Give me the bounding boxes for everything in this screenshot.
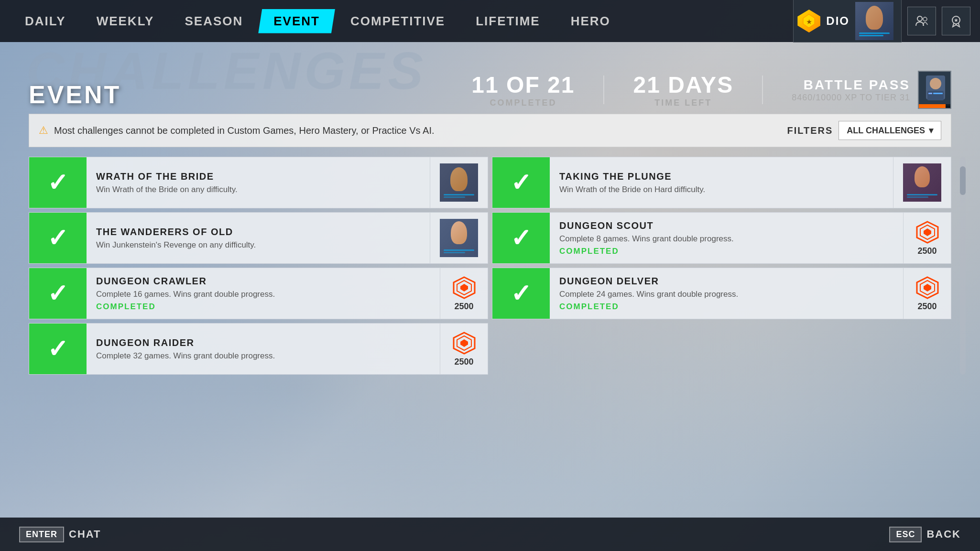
filters-dropdown[interactable]: ALL CHALLENGES ▾ <box>838 121 941 140</box>
challenge-title-7: DUNGEON RAIDER <box>96 337 430 348</box>
completed-label: COMPLETED <box>471 98 575 108</box>
svg-rect-10 <box>928 93 932 94</box>
empty-cell <box>492 323 951 375</box>
challenge-reward-5: 2500 <box>440 268 488 319</box>
svg-rect-11 <box>933 93 943 94</box>
svg-point-8 <box>930 78 941 89</box>
tab-competitive[interactable]: COMPETITIVE <box>335 9 460 33</box>
time-value: 21 DAYS <box>633 72 733 98</box>
challenges-title-area: CHALLENGES EVENT <box>29 52 121 109</box>
bottom-bar: ENTER CHAT ESC BACK <box>0 518 980 551</box>
svg-point-2 <box>917 16 922 21</box>
chevron-down-icon: ▾ <box>929 125 933 136</box>
reward-value-6: 2500 <box>917 302 936 312</box>
challenge-desc-4: Complete 8 games. Wins grant double prog… <box>559 234 893 244</box>
friends-button[interactable] <box>907 7 936 35</box>
challenge-dungeon-crawler: ✓ DUNGEON CRAWLER Complete 16 games. Win… <box>29 268 488 319</box>
tab-event[interactable]: EVENT <box>258 9 335 33</box>
checkmark-icon-6: ✓ <box>511 279 532 308</box>
challenge-desc-3: Win Junkenstein's Revenge on any difficu… <box>96 240 420 250</box>
challenge-check-7: ✓ <box>29 324 87 374</box>
challenge-dungeon-delver: ✓ DUNGEON DELVER Complete 24 games. Wins… <box>492 268 951 319</box>
filters-section: FILTERS ALL CHALLENGES ▾ <box>787 121 941 140</box>
checkmark-icon-2: ✓ <box>511 168 532 197</box>
warning-banner: ⚠ Most challenges cannot be completed in… <box>29 114 951 147</box>
challenge-status-5: COMPLETED <box>96 302 430 312</box>
header-stats: 11 OF 21 COMPLETED 21 DAYS TIME LEFT BAT… <box>471 71 951 109</box>
stat-divider-1 <box>603 76 604 104</box>
battle-pass-section: BATTLE PASS 8460/10000 XP TO TIER 31 <box>792 71 951 109</box>
reward-value-7: 2500 <box>454 357 473 367</box>
svg-rect-9 <box>927 91 944 100</box>
challenge-body-1: WRATH OF THE BRIDE Win Wrath of the Brid… <box>87 157 430 208</box>
nav-bar: DAILY WEEKLY SEASON EVENT COMPETITIVE LI… <box>0 0 980 42</box>
svg-text:★: ★ <box>954 17 958 23</box>
nav-tabs: DAILY WEEKLY SEASON EVENT COMPETITIVE LI… <box>10 9 626 33</box>
svg-marker-20 <box>924 284 931 292</box>
challenge-dungeon-raider: ✓ DUNGEON RAIDER Complete 32 games. Wins… <box>29 323 488 375</box>
tab-daily[interactable]: DAILY <box>10 9 81 33</box>
challenges-label: EVENT <box>29 52 121 109</box>
time-stat: 21 DAYS TIME LEFT <box>633 72 733 108</box>
challenge-status-4: COMPLETED <box>559 247 893 256</box>
portrait-reward-3 <box>440 219 478 257</box>
challenge-check-1: ✓ <box>29 157 87 208</box>
chat-button[interactable]: ENTER CHAT <box>19 527 101 542</box>
tab-hero[interactable]: HERO <box>555 9 626 33</box>
bp-progress-bar <box>919 104 950 108</box>
challenge-reward-7: 2500 <box>440 324 488 374</box>
enter-key-badge: ENTER <box>19 527 64 542</box>
challenge-title-4: DUNGEON SCOUT <box>559 220 893 231</box>
challenge-check-3: ✓ <box>29 213 87 263</box>
checkmark-icon-5: ✓ <box>47 279 68 308</box>
achievements-button[interactable]: ★ <box>942 7 970 35</box>
battle-pass-label: BATTLE PASS <box>792 77 910 93</box>
challenge-body-4: DUNGEON SCOUT Complete 8 games. Wins gra… <box>550 213 903 263</box>
player-portrait <box>855 2 893 40</box>
completed-value: 11 OF 21 <box>471 72 575 98</box>
main-content: CHALLENGES EVENT 11 OF 21 COMPLETED 21 D… <box>0 42 980 375</box>
challenge-status-6: COMPLETED <box>559 302 893 312</box>
challenge-title-5: DUNGEON CRAWLER <box>96 276 430 287</box>
player-rank-icon: ★ <box>797 10 820 32</box>
player-info[interactable]: ★ DIO <box>793 0 902 43</box>
challenge-check-2: ✓ <box>492 157 550 208</box>
tab-lifetime[interactable]: LIFETIME <box>460 9 555 33</box>
challenge-title-6: DUNGEON DELVER <box>559 276 893 287</box>
challenge-title-2: TAKING THE PLUNGE <box>559 171 883 182</box>
reward-value-5: 2500 <box>454 302 473 312</box>
svg-marker-23 <box>460 339 468 347</box>
challenge-title-1: WRATH OF THE BRIDE <box>96 171 420 182</box>
player-name: DIO <box>826 14 849 28</box>
checkmark-icon-1: ✓ <box>47 168 68 197</box>
filters-label: FILTERS <box>787 125 833 136</box>
challenge-reward-4: 2500 <box>903 213 951 263</box>
challenge-desc-5: Complete 16 games. Wins grant double pro… <box>96 290 430 299</box>
scrollbar-track[interactable] <box>960 157 966 375</box>
challenge-title-3: THE WANDERERS OF OLD <box>96 227 420 238</box>
chat-label: CHAT <box>69 528 101 540</box>
ow-xp-icon-7 <box>452 331 476 355</box>
challenge-wrath-of-the-bride: ✓ WRATH OF THE BRIDE Win Wrath of the Br… <box>29 157 488 208</box>
checkmark-icon-7: ✓ <box>47 335 68 363</box>
challenge-desc-7: Complete 32 games. Wins grant double pro… <box>96 351 430 361</box>
challenge-body-5: DUNGEON CRAWLER Complete 16 games. Wins … <box>87 268 440 319</box>
checkmark-icon-3: ✓ <box>47 224 68 252</box>
completed-stat: 11 OF 21 COMPLETED <box>471 72 575 108</box>
esc-key-badge: ESC <box>889 527 922 542</box>
challenge-reward-3 <box>430 213 488 263</box>
challenge-desc-1: Win Wrath of the Bride on any difficulty… <box>96 185 420 194</box>
challenge-body-3: THE WANDERERS OF OLD Win Junkenstein's R… <box>87 213 430 263</box>
portrait-reward-1 <box>440 163 478 202</box>
tab-weekly[interactable]: WEEKLY <box>81 9 170 33</box>
scrollbar-thumb[interactable] <box>960 166 966 195</box>
challenge-dungeon-scout: ✓ DUNGEON SCOUT Complete 8 games. Wins g… <box>492 212 951 264</box>
back-button[interactable]: ESC BACK <box>889 527 961 542</box>
warning-text: ⚠ Most challenges cannot be completed in… <box>39 124 435 137</box>
tab-season[interactable]: SEASON <box>169 9 258 33</box>
challenge-body-2: TAKING THE PLUNGE Win Wrath of the Bride… <box>550 157 893 208</box>
challenge-check-5: ✓ <box>29 268 87 319</box>
svg-point-3 <box>923 17 927 21</box>
filters-value: ALL CHALLENGES <box>847 126 925 136</box>
stat-divider-2 <box>762 76 763 104</box>
